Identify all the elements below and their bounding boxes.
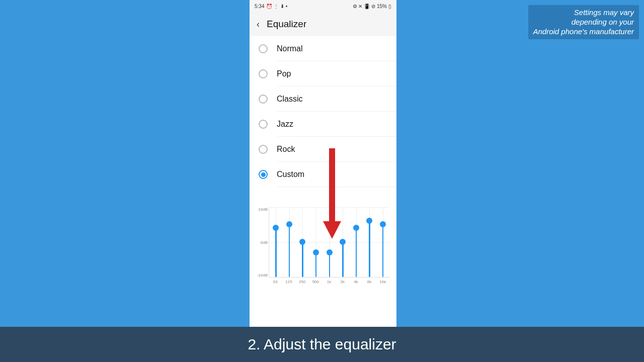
eq-slider-4k[interactable]: [356, 228, 357, 277]
eq-knob-icon[interactable]: [340, 239, 346, 245]
eq-knob-icon[interactable]: [273, 225, 279, 231]
eq-knob-icon[interactable]: [299, 239, 305, 245]
preset-item-custom[interactable]: Custom: [250, 162, 396, 187]
page-title: Equalizer: [267, 19, 306, 30]
x-tick: 125: [282, 280, 296, 284]
preset-label: Custom: [277, 170, 304, 179]
status-right: ⚙ ✕ 📳 ⊘ 15% ▯: [353, 4, 391, 9]
x-axis: 631252505001k2k4k8k16k: [269, 280, 389, 284]
disclaimer-note: Settings may vary depending on your Andr…: [528, 5, 639, 39]
preset-label: Rock: [277, 145, 295, 154]
phone-frame: 5:34 ⏰ ⋮ ⬇ • ⚙ ✕ 📳 ⊘ 15% ▯ ‹ Equalizer N…: [250, 0, 396, 329]
eq-knob-icon[interactable]: [327, 249, 333, 255]
status-left: 5:34 ⏰ ⋮ ⬇ •: [255, 4, 287, 9]
preset-item-rock[interactable]: Rock: [250, 137, 396, 162]
preset-item-pop[interactable]: Pop: [250, 61, 396, 86]
equalizer-chart[interactable]: 10dB 0dB -10dB 631252505001k2k4k8k16k: [269, 207, 389, 288]
status-right-icons: ⚙ ✕ 📳 ⊘: [353, 4, 375, 9]
x-tick: 2k: [336, 280, 349, 284]
equalizer-panel: 10dB 0dB -10dB 631252505001k2k4k8k16k: [250, 187, 396, 293]
note-line: Settings may vary: [533, 8, 634, 18]
radio-icon[interactable]: [259, 69, 268, 78]
eq-knob-icon[interactable]: [353, 225, 359, 231]
eq-slider-8k[interactable]: [369, 221, 370, 277]
caption-bar: 2. Adjust the equalizer: [0, 327, 644, 362]
eq-knob-icon[interactable]: [313, 249, 319, 255]
eq-knob-icon[interactable]: [380, 221, 386, 227]
back-icon[interactable]: ‹: [257, 19, 260, 30]
preset-label: Normal: [277, 44, 303, 53]
preset-label: Jazz: [277, 120, 293, 129]
status-battery: 15%: [377, 4, 387, 9]
caption-text: 2. Adjust the equalizer: [248, 336, 396, 353]
note-line: Android phone's manufacturer: [533, 27, 634, 37]
radio-icon[interactable]: [259, 145, 268, 154]
eq-slider-250[interactable]: [302, 242, 303, 277]
page-header: ‹ Equalizer: [250, 12, 396, 36]
radio-icon[interactable]: [259, 170, 268, 179]
eq-knob-icon[interactable]: [286, 221, 292, 227]
eq-slider-63[interactable]: [275, 228, 276, 277]
radio-icon[interactable]: [259, 44, 268, 53]
x-tick: 500: [309, 280, 323, 284]
x-tick: 250: [295, 280, 309, 284]
preset-item-jazz[interactable]: Jazz: [250, 112, 396, 137]
x-tick: 8k: [363, 280, 376, 284]
eq-slider-500[interactable]: [315, 252, 316, 277]
x-tick: 1k: [323, 280, 336, 284]
eq-slider-125[interactable]: [289, 224, 290, 277]
x-tick: 63: [269, 280, 282, 284]
eq-slider-2k[interactable]: [342, 242, 343, 277]
eq-knob-icon[interactable]: [366, 218, 372, 224]
radio-icon[interactable]: [259, 120, 268, 129]
chart-area: [269, 207, 389, 278]
preset-item-classic[interactable]: Classic: [250, 86, 396, 112]
y-axis: 10dB 0dB -10dB: [255, 207, 268, 278]
eq-slider-16k[interactable]: [382, 224, 383, 277]
x-tick: 16k: [376, 280, 389, 284]
status-bar: 5:34 ⏰ ⋮ ⬇ • ⚙ ✕ 📳 ⊘ 15% ▯: [250, 0, 396, 12]
preset-item-normal[interactable]: Normal: [250, 36, 396, 61]
preset-label: Pop: [277, 69, 291, 78]
radio-icon[interactable]: [259, 95, 268, 104]
battery-icon: ▯: [388, 4, 391, 9]
status-left-icons: ⏰ ⋮ ⬇ •: [266, 4, 287, 9]
preset-label: Classic: [277, 95, 303, 104]
y-tick-top: 10dB: [255, 207, 268, 212]
eq-slider-1k[interactable]: [329, 252, 330, 277]
status-time: 5:34: [255, 4, 264, 9]
x-tick: 4k: [349, 280, 363, 284]
y-tick-bottom: -10dB: [255, 273, 268, 278]
preset-list: NormalPopClassicJazzRockCustom: [250, 36, 396, 187]
y-tick-mid: 0dB: [255, 240, 268, 245]
note-line: depending on your: [533, 18, 634, 27]
